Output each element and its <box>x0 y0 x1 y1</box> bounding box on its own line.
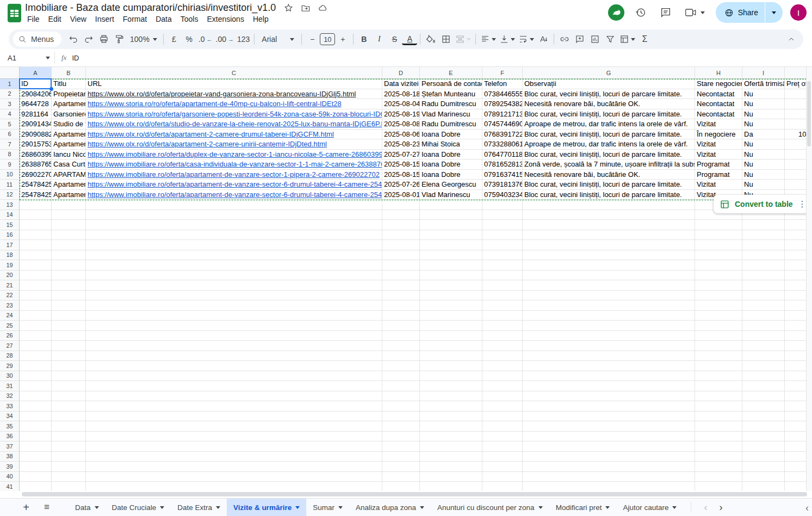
sheet-tab-anunturi-cu-discount-per-zona[interactable]: Anunturi cu discount per zona <box>431 499 549 516</box>
cell-F2[interactable]: 0738446555 <box>482 89 523 100</box>
cell-G38[interactable] <box>523 452 695 462</box>
cell-I31[interactable] <box>742 381 785 391</box>
name-box[interactable]: A1 <box>0 54 54 62</box>
cell-C24[interactable] <box>86 311 382 321</box>
cell-C40[interactable] <box>86 472 382 482</box>
cell-A17[interactable] <box>20 240 52 250</box>
cell-A12[interactable]: 254784259 <box>20 190 52 200</box>
cell-G39[interactable] <box>523 462 695 472</box>
cell-A20[interactable] <box>20 271 52 281</box>
cell-E27[interactable] <box>420 341 482 351</box>
name-box-caret-icon[interactable] <box>46 57 50 59</box>
cell-I11[interactable]: Nu <box>742 180 785 190</box>
cell-E14[interactable] <box>420 210 482 220</box>
bold-button[interactable]: B <box>356 32 371 47</box>
cell-A18[interactable] <box>20 250 52 261</box>
cell-E26[interactable] <box>420 331 482 341</box>
cell-B16[interactable] <box>52 230 86 241</box>
insert-comment-button[interactable] <box>572 32 587 47</box>
cell-G36[interactable] <box>523 432 695 442</box>
cell-F41[interactable] <box>482 482 523 491</box>
horizontal-align-button[interactable] <box>479 32 498 47</box>
row-header-23[interactable]: 23 <box>0 300 20 311</box>
cell-I32[interactable] <box>742 391 785 402</box>
cell-E17[interactable] <box>420 240 482 250</box>
sheet-tab-caret-icon[interactable] <box>160 506 164 509</box>
cell-H23[interactable] <box>695 300 742 311</box>
cell-A36[interactable] <box>20 432 52 442</box>
cell-G27[interactable] <box>523 341 695 351</box>
cell-E12[interactable]: Vlad Marinescu <box>420 190 482 200</box>
sheet-tab-caret-icon[interactable] <box>295 506 300 509</box>
cell-G2[interactable]: Bloc curat, vecini liniștiți, locuri de … <box>523 89 695 100</box>
cell-F34[interactable] <box>482 411 523 422</box>
cell-B26[interactable] <box>52 331 86 341</box>
cell-D19[interactable] <box>382 260 420 271</box>
cell-A7[interactable]: 290157533 <box>20 139 52 150</box>
italic-button[interactable]: I <box>371 32 387 47</box>
cell-I29[interactable] <box>742 361 785 371</box>
cell-E34[interactable] <box>420 411 482 422</box>
cell-A3[interactable]: 9644728 <box>20 99 52 109</box>
cell-C30[interactable] <box>86 371 382 382</box>
sheet-tab-vizite-urmărire[interactable]: Vizite & urmărire <box>227 499 306 516</box>
cell-F10[interactable]: 0791637415 <box>482 170 523 180</box>
row-header-33[interactable]: 33 <box>0 401 20 411</box>
cell-G12[interactable]: Bloc curat, vecini liniștiți, locuri de … <box>523 190 695 200</box>
cell-E38[interactable] <box>420 452 482 462</box>
insert-chart-button[interactable] <box>587 32 603 47</box>
cell-H41[interactable] <box>695 482 742 491</box>
cell-B15[interactable] <box>52 220 86 230</box>
row-header-32[interactable]: 32 <box>0 391 20 402</box>
cell-I21[interactable] <box>742 280 785 291</box>
cell-H26[interactable] <box>695 331 742 341</box>
cell-I6[interactable]: Da <box>742 130 785 140</box>
cell-D38[interactable] <box>382 452 420 462</box>
cell-I7[interactable]: Nu <box>742 139 785 150</box>
vertical-scrollbar-thumb[interactable] <box>807 81 811 146</box>
cell-E10[interactable]: Ioana Dobre <box>420 170 482 180</box>
cell-B21[interactable] <box>52 280 86 291</box>
cell-C4[interactable]: https://www.storia.ro/ro/oferta/garsonie… <box>86 109 382 120</box>
cell-H4[interactable]: Necontactat <box>695 109 742 120</box>
cell-B41[interactable] <box>52 482 86 491</box>
cell-B17[interactable] <box>52 240 86 250</box>
cell-E36[interactable] <box>420 432 482 442</box>
meet-caret-icon[interactable] <box>701 11 705 14</box>
cell-A35[interactable] <box>20 421 52 432</box>
cell-B3[interactable]: Apartamen <box>52 99 86 109</box>
cell-D11[interactable]: 2025-07-26 <box>382 180 420 190</box>
sheet-tab-analiza-dupa-zona[interactable]: Analiza dupa zona <box>349 499 431 516</box>
cell-B2[interactable]: Propeietar <box>52 89 86 100</box>
cell-C3[interactable]: https://www.storia.ro/ro/oferta/apartame… <box>86 99 382 109</box>
column-header-H[interactable]: H <box>695 67 742 79</box>
cell-D27[interactable] <box>382 341 420 351</box>
row-header-5[interactable]: 5 <box>0 119 20 130</box>
cell-D5[interactable]: 2025-08-08 <box>382 119 420 130</box>
cell-D21[interactable] <box>382 280 420 291</box>
row-header-20[interactable]: 20 <box>0 271 20 281</box>
cell-G20[interactable] <box>523 271 695 281</box>
side-panel-chevron-icon[interactable]: ‹ <box>805 502 809 514</box>
menu-extensions[interactable]: Extensions <box>202 14 248 24</box>
format-percent-button[interactable]: % <box>182 32 197 47</box>
cell-D16[interactable] <box>382 230 420 241</box>
sheet-tab-caret-icon[interactable] <box>420 506 424 509</box>
sheet-tab-caret-icon[interactable] <box>216 506 220 509</box>
addon-dolphin-icon[interactable] <box>608 4 624 21</box>
row-header-18[interactable]: 18 <box>0 250 20 261</box>
sheet-tab-sumar[interactable]: Sumar <box>306 499 349 516</box>
cell-H2[interactable]: Necontactat <box>695 89 742 100</box>
cell-G4[interactable]: Bloc curat, vecini liniștiți, locuri de … <box>523 109 695 120</box>
cell-B30[interactable] <box>52 371 86 382</box>
cell-D3[interactable]: 2025-08-04 <box>382 99 420 109</box>
cell-B33[interactable] <box>52 401 86 411</box>
cell-F1[interactable]: Telefon <box>482 79 523 89</box>
cell-A15[interactable] <box>20 220 52 230</box>
row-header-37[interactable]: 37 <box>0 441 20 452</box>
cell-F11[interactable]: 0739181376 <box>482 180 523 190</box>
row-header-34[interactable]: 34 <box>0 411 20 422</box>
cell-C5[interactable]: https://www.olx.ro/d/oferta/studio-de-va… <box>86 119 382 130</box>
move-folder-icon[interactable] <box>301 3 311 13</box>
cell-A39[interactable] <box>20 462 52 472</box>
